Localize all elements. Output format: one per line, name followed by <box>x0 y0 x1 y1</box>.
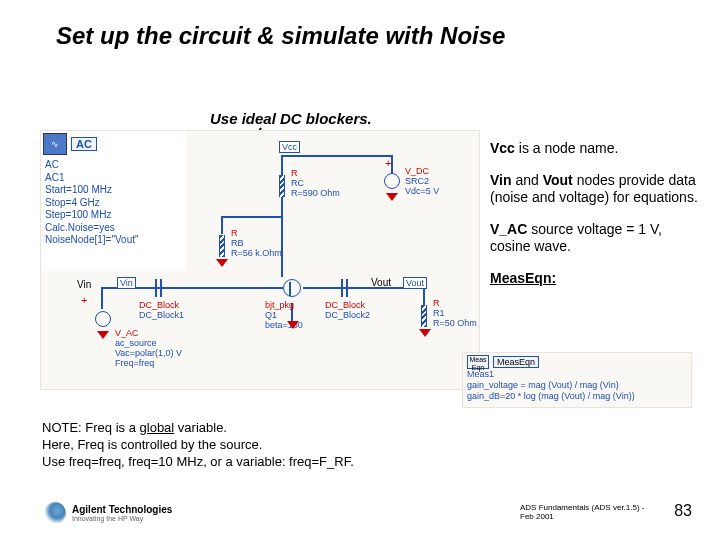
wave-icon: ∿ <box>43 133 67 155</box>
sim-line: Stop=4 GHz <box>45 197 182 210</box>
measeqn-block: Meas Eqn MeasEqn Meas1 gain_voltage = ma… <box>462 352 692 408</box>
note-vac: V_AC source voltage = 1 V, cosine wave. <box>490 221 700 256</box>
sim-line: NoiseNode[1]="Vout" <box>45 234 182 247</box>
resistor-rb-label: R RB R=56 k.Ohm <box>231 229 282 259</box>
note-vin-vout: Vin and Vout nodes provide data (noise a… <box>490 172 700 207</box>
vac-label: V_AC ac_source Vac=polar(1,0) V Freq=fre… <box>115 329 182 369</box>
vout-pin-label: Vout <box>371 277 391 288</box>
brand-logo: Agilent Technologies Innovating the HP W… <box>44 502 172 524</box>
measeqn-label: MeasEqn <box>493 356 539 369</box>
plus-icon: + <box>81 294 87 306</box>
vac-source-symbol <box>95 311 111 327</box>
sim-line: Step=100 MHz <box>45 209 182 222</box>
resistor-rc-symbol <box>279 175 285 197</box>
node-vcc: Vcc <box>279 141 300 153</box>
measeqn-heading: MeasEqn: <box>490 270 700 288</box>
dc-block2-symbol <box>337 279 351 297</box>
footer-credit: ADS Fundamentals (ADS ver.1.5) - Feb 200… <box>520 503 650 522</box>
note-vcc: Vcc is a node name. <box>490 140 700 158</box>
ground-icon <box>97 331 109 339</box>
dc-block1-symbol <box>151 279 165 297</box>
ground-icon <box>386 193 398 201</box>
plus-icon: + <box>385 157 391 169</box>
resistor-rc-label: R RC R=590 Ohm <box>291 169 340 199</box>
ac-label: AC <box>71 137 97 151</box>
spark-icon <box>44 502 66 524</box>
dc-block2-label: DC_Block DC_Block2 <box>325 301 370 321</box>
sim-line: AC <box>45 159 182 172</box>
resistor-rb-symbol <box>219 235 225 257</box>
annotation-column: Vcc is a node name. Vin and Vout nodes p… <box>490 140 700 287</box>
circuit-schematic: ∿ AC AC AC1 Start=100 MHz Stop=4 GHz Ste… <box>40 130 480 390</box>
measeqn-icon: Meas Eqn <box>467 355 489 369</box>
vdc-label: V_DC SRC2 Vdc=5 V <box>405 167 439 197</box>
page-number: 83 <box>674 502 692 520</box>
slide-title: Set up the circuit & simulate with Noise <box>56 22 505 50</box>
brand-name: Agilent Technologies <box>72 504 172 515</box>
ground-icon <box>216 259 228 267</box>
measeqn-line: gain_dB=20 * log (mag (Vout) / mag (Vin)… <box>467 391 687 402</box>
measeqn-line: gain_voltage = mag (Vout) / mag (Vin) <box>467 380 687 391</box>
vdc-source-symbol <box>384 173 400 189</box>
sim-line: Calc.Noise=yes <box>45 222 182 235</box>
node-vin: Vin <box>117 277 136 289</box>
bjt-symbol <box>283 279 301 297</box>
resistor-r1-label: R R1 R=50 Ohm <box>433 299 477 329</box>
brand-tagline: Innovating the HP Way <box>72 515 172 523</box>
sim-line: Start=100 MHz <box>45 184 182 197</box>
vin-pin-label: Vin <box>77 279 91 290</box>
ground-icon <box>419 329 431 337</box>
sim-line: AC1 <box>45 172 182 185</box>
instruction-text: Use ideal DC blockers. <box>210 110 372 127</box>
freq-note: NOTE: Freq is a global variable. Here, F… <box>42 420 354 471</box>
ground-icon <box>287 321 299 329</box>
dc-block1-label: DC_Block DC_Block1 <box>139 301 184 321</box>
ac-sim-controller: ∿ AC AC AC1 Start=100 MHz Stop=4 GHz Ste… <box>41 131 186 271</box>
ac-sim-params: AC AC1 Start=100 MHz Stop=4 GHz Step=100… <box>41 157 186 249</box>
resistor-r1-symbol <box>421 305 427 327</box>
measeqn-line: Meas1 <box>467 369 687 380</box>
node-vout: Vout <box>403 277 427 289</box>
